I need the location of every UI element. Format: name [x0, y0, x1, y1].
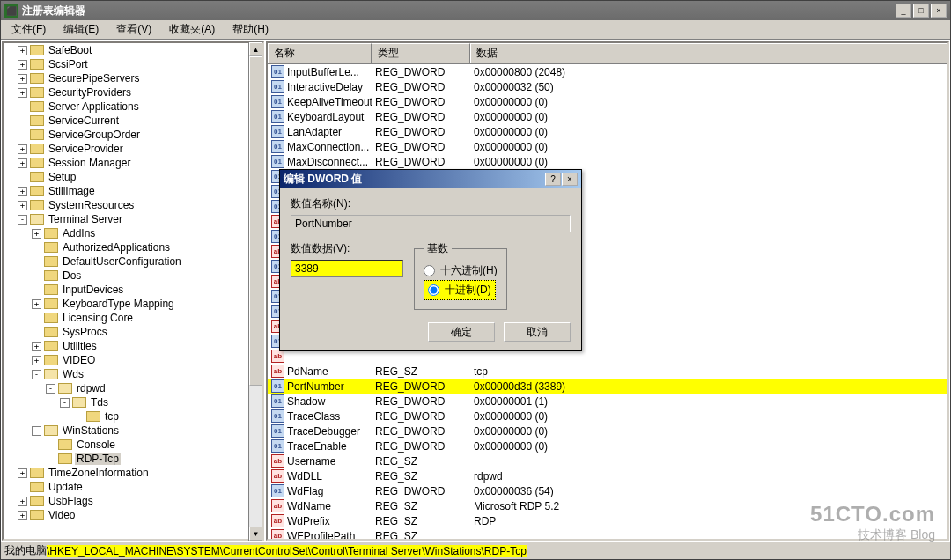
expand-icon[interactable]: +	[32, 299, 41, 309]
collapse-icon[interactable]: -	[18, 215, 27, 225]
no-expand-icon	[32, 313, 41, 323]
radio-dec[interactable]	[428, 284, 439, 296]
tree-node[interactable]: +SafeBoot	[18, 43, 262, 57]
menu-file[interactable]: 文件(F)	[4, 20, 53, 39]
tree-node[interactable]: +AddIns	[18, 226, 262, 240]
collapse-icon[interactable]: -	[32, 426, 41, 436]
scroll-up-icon[interactable]: ▲	[249, 42, 262, 56]
value-type: REG_DWORD	[372, 424, 470, 438]
data-input[interactable]	[291, 260, 403, 277]
tree-node[interactable]: -Tds	[18, 395, 262, 409]
list-row[interactable]: abWFProfilePathREG_SZ	[268, 528, 947, 541]
tree-node[interactable]: +UsbFlags	[18, 494, 262, 508]
collapse-icon[interactable]: -	[46, 384, 55, 394]
col-header-type[interactable]: 类型	[372, 43, 470, 63]
tree-node[interactable]: ServiceGroupOrder	[18, 128, 262, 142]
expand-icon[interactable]: +	[18, 144, 27, 154]
tree-node[interactable]: -WinStations	[18, 424, 262, 438]
collapse-icon[interactable]: -	[32, 370, 41, 379]
tree-scrollbar[interactable]: ▲ ▼	[248, 42, 262, 541]
tree-node[interactable]: +Video	[18, 508, 262, 522]
list-row[interactable]: abPdNameREG_SZtcp	[268, 364, 947, 379]
list-row[interactable]: 01InteractiveDelayREG_DWORD0x00000032 (5…	[268, 79, 947, 94]
tree-node[interactable]: AuthorizedApplications	[18, 240, 262, 254]
tree-node[interactable]: +TimeZoneInformation	[18, 466, 262, 480]
tree-node[interactable]: RDP-Tcp	[18, 452, 262, 466]
tree-node[interactable]: +StillImage	[18, 184, 262, 198]
list-row[interactable]: 01MaxConnection...REG_DWORD0x00000000 (0…	[268, 139, 947, 154]
tree-node[interactable]: tcp	[18, 409, 262, 424]
tree-node[interactable]: +Utilities	[18, 339, 262, 353]
tree-node[interactable]: +SystemResources	[18, 198, 262, 212]
dialog-titlebar[interactable]: 编辑 DWORD 值 ? ×	[280, 170, 581, 188]
tree-node[interactable]: +ScsiPort	[18, 57, 262, 71]
menu-help[interactable]: 帮助(H)	[225, 20, 276, 39]
list-row[interactable]: 01TraceDebuggerREG_DWORD0x00000000 (0)	[268, 424, 947, 438]
list-row[interactable]: 01MaxDisconnect...REG_DWORD0x00000000 (0…	[268, 154, 947, 169]
list-row[interactable]: abWdPrefixREG_SZRDP	[268, 513, 947, 528]
list-row[interactable]: 01KeepAliveTimeoutREG_DWORD0x00000000 (0…	[268, 94, 947, 109]
expand-icon[interactable]: +	[18, 511, 27, 520]
tree-node[interactable]: Console	[18, 438, 262, 452]
expand-icon[interactable]: +	[18, 187, 27, 196]
dialog-help-button[interactable]: ?	[545, 173, 561, 186]
list-row[interactable]: abWdDLLREG_SZrdpwd	[268, 468, 947, 483]
list-row[interactable]: 01TraceClassREG_DWORD0x00000000 (0)	[268, 409, 947, 424]
ok-button[interactable]: 确定	[428, 322, 495, 342]
expand-icon[interactable]: +	[18, 201, 27, 210]
menu-favorites[interactable]: 收藏夹(A)	[162, 20, 222, 39]
expand-icon[interactable]: +	[18, 46, 27, 55]
tree-node[interactable]: -rdpwd	[18, 381, 262, 395]
tree-node[interactable]: Setup	[18, 170, 262, 184]
expand-icon[interactable]: +	[32, 229, 41, 239]
tree-node[interactable]: +SecurityProviders	[18, 85, 262, 99]
maximize-button[interactable]: □	[913, 4, 929, 18]
tree-node[interactable]: -Wds	[18, 367, 262, 381]
tree-panel[interactable]: +SafeBoot+ScsiPort+SecurePipeServers+Sec…	[2, 41, 264, 541]
expand-icon[interactable]: +	[18, 88, 27, 98]
expand-icon[interactable]: +	[18, 74, 27, 84]
list-row[interactable]: 01InputBufferLe...REG_DWORD0x00000800 (2…	[268, 64, 947, 79]
expand-icon[interactable]: +	[18, 60, 27, 70]
collapse-icon[interactable]: -	[60, 398, 70, 408]
expand-icon[interactable]: +	[18, 497, 27, 506]
tree-node[interactable]: Update	[18, 480, 262, 494]
tree-node[interactable]: -Terminal Server	[18, 212, 262, 226]
list-row[interactable]: abWdNameREG_SZMicrosoft RDP 5.2	[268, 498, 947, 513]
tree-node[interactable]: DefaultUserConfiguration	[18, 254, 262, 269]
tree-node[interactable]: SysProcs	[18, 325, 262, 339]
expand-icon[interactable]: +	[32, 342, 41, 351]
expand-icon[interactable]: +	[18, 468, 27, 478]
list-row[interactable]: 01LanAdapterREG_DWORD0x00000000 (0)	[268, 124, 947, 139]
list-row[interactable]: 01TraceEnableREG_DWORD0x00000000 (0)	[268, 438, 947, 453]
tree-node[interactable]: +Session Manager	[18, 156, 262, 170]
list-row[interactable]: 01ShadowREG_DWORD0x00000001 (1)	[268, 394, 947, 409]
tree-node[interactable]: +SecurePipeServers	[18, 71, 262, 85]
list-row[interactable]: 01WdFlagREG_DWORD0x00000036 (54)	[268, 483, 947, 498]
titlebar[interactable]: ⬛ 注册表编辑器 _ □ ×	[1, 1, 950, 20]
menu-view[interactable]: 查看(V)	[109, 20, 158, 39]
tree-node[interactable]: +VIDEO	[18, 353, 262, 367]
tree-node[interactable]: Dos	[18, 269, 262, 283]
list-row[interactable]: 01KeyboardLayoutREG_DWORD0x00000000 (0)	[268, 109, 947, 124]
tree-node[interactable]: InputDevices	[18, 283, 262, 297]
expand-icon[interactable]: +	[18, 158, 27, 168]
scroll-down-icon[interactable]: ▼	[249, 527, 262, 541]
expand-icon[interactable]: +	[32, 356, 41, 365]
list-row[interactable]: 01PortNumberREG_DWORD0x00000d3d (3389)	[268, 379, 947, 394]
list-row[interactable]: abUsernameREG_SZ	[268, 453, 947, 468]
col-header-name[interactable]: 名称	[268, 43, 372, 63]
dialog-close-button[interactable]: ×	[562, 173, 578, 186]
tree-node[interactable]: +ServiceProvider	[18, 142, 262, 156]
tree-node[interactable]: Server Applications	[18, 99, 262, 114]
tree-node[interactable]: Licensing Core	[18, 311, 262, 325]
menu-edit[interactable]: 编辑(E)	[56, 20, 106, 39]
scroll-thumb[interactable]	[249, 56, 262, 386]
col-header-data[interactable]: 数据	[470, 43, 947, 63]
tree-node[interactable]: ServiceCurrent	[18, 114, 262, 128]
close-button[interactable]: ×	[931, 4, 947, 18]
tree-node[interactable]: +KeyboardType Mapping	[18, 297, 262, 311]
minimize-button[interactable]: _	[896, 4, 911, 18]
cancel-button[interactable]: 取消	[504, 322, 571, 342]
radio-hex[interactable]	[424, 265, 435, 276]
